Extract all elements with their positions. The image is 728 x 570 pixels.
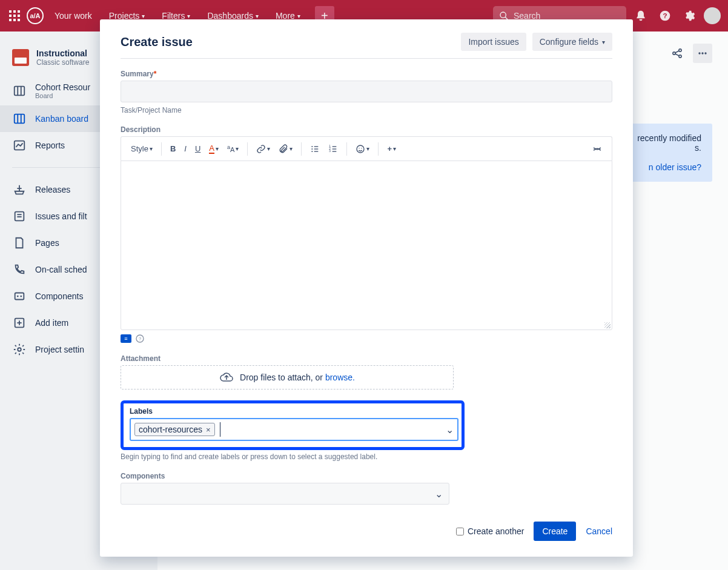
- svg-text:?: ?: [139, 336, 141, 342]
- create-another-checkbox[interactable]: Create another: [456, 526, 524, 536]
- svg-point-50: [357, 145, 364, 153]
- components-select[interactable]: ⌄: [121, 483, 449, 505]
- svg-point-38: [312, 146, 313, 147]
- modal-title: Create issue: [121, 35, 193, 49]
- svg-point-52: [362, 148, 362, 148]
- description-editor[interactable]: [121, 161, 612, 330]
- italic-button[interactable]: I: [180, 142, 190, 156]
- labels-label: Labels: [130, 407, 455, 416]
- components-label: Components: [121, 472, 612, 480]
- browse-link[interactable]: browse.: [325, 373, 355, 382]
- clear-format-button[interactable]: aA▾: [223, 142, 242, 156]
- attachment-label: Attachment: [121, 354, 612, 363]
- upload-icon: [219, 370, 234, 385]
- configure-fields-button[interactable]: Configure fields▾: [532, 33, 612, 51]
- svg-point-40: [312, 151, 313, 152]
- underline-button[interactable]: U: [191, 142, 204, 156]
- attachment-button[interactable]: ▾: [275, 142, 296, 156]
- editor-toolbar: Style▾ B I U A▾ aA▾ ▾ ▾ 123 ▾ +▾: [121, 136, 612, 161]
- summary-input[interactable]: [121, 81, 612, 102]
- bullet-list-button[interactable]: [306, 142, 323, 156]
- labels-text-input[interactable]: [220, 422, 441, 437]
- cancel-link[interactable]: Cancel: [586, 526, 612, 536]
- label-tag: cohort-resources ×: [134, 423, 215, 436]
- style-dropdown[interactable]: Style▾: [127, 142, 156, 156]
- chevron-down-icon: ▾: [602, 39, 605, 45]
- configure-fields-label: Configure fields: [540, 37, 598, 47]
- svg-point-39: [312, 148, 313, 150]
- labels-field-highlight: Labels cohort-resources × ⌄: [121, 400, 465, 450]
- import-issues-button[interactable]: Import issues: [461, 33, 526, 51]
- summary-help: Task/Project Name: [121, 106, 612, 114]
- chevron-down-icon[interactable]: ⌄: [446, 424, 454, 436]
- chevron-down-icon: ⌄: [435, 488, 443, 500]
- summary-field: Summary* Task/Project Name: [121, 70, 612, 114]
- create-another-input[interactable]: [456, 528, 464, 535]
- remove-label-icon[interactable]: ×: [206, 425, 211, 434]
- insert-more-button[interactable]: +▾: [383, 142, 400, 156]
- text-color-button[interactable]: A▾: [205, 141, 222, 156]
- modal-footer: Create another Create Cancel: [121, 522, 612, 541]
- attachment-dropzone[interactable]: Drop files to attach, or browse.: [121, 365, 454, 389]
- emoji-button[interactable]: ▾: [352, 142, 373, 156]
- create-another-label: Create another: [468, 526, 524, 536]
- visual-mode-icon[interactable]: ≡: [121, 334, 131, 343]
- number-list-button[interactable]: 123: [325, 142, 342, 156]
- collapse-toolbar-button[interactable]: [589, 144, 606, 154]
- attachment-text: Drop files to attach, or: [240, 373, 325, 382]
- create-issue-modal: Create issue Import issues Configure fie…: [100, 19, 633, 557]
- label-tag-text: cohort-resources: [139, 425, 202, 434]
- summary-label: Summary*: [121, 70, 612, 78]
- editor-help-icon[interactable]: ?: [135, 334, 145, 343]
- bold-button[interactable]: B: [167, 142, 179, 156]
- description-field: Description Style▾ B I U A▾ aA▾ ▾ ▾ 123 …: [121, 125, 612, 343]
- labels-input[interactable]: cohort-resources × ⌄: [130, 418, 458, 441]
- link-button[interactable]: ▾: [253, 142, 274, 156]
- components-field: Components ⌄: [121, 472, 612, 505]
- create-button[interactable]: Create: [534, 522, 576, 541]
- svg-text:3: 3: [329, 150, 331, 153]
- labels-help: Begin typing to find and create labels o…: [121, 452, 612, 461]
- description-label: Description: [121, 125, 612, 134]
- svg-point-51: [359, 148, 360, 148]
- attachment-field: Attachment Drop files to attach, or brow…: [121, 354, 612, 389]
